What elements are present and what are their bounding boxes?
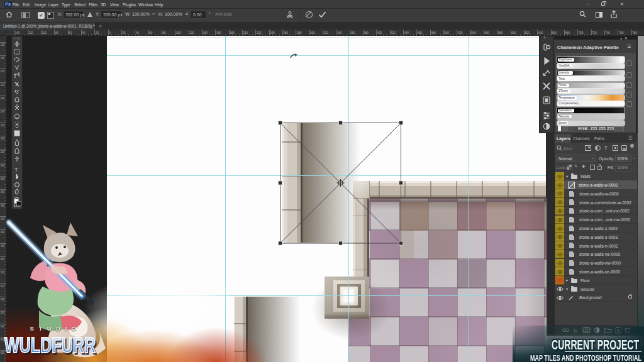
svg-text:T: T: [14, 167, 18, 173]
